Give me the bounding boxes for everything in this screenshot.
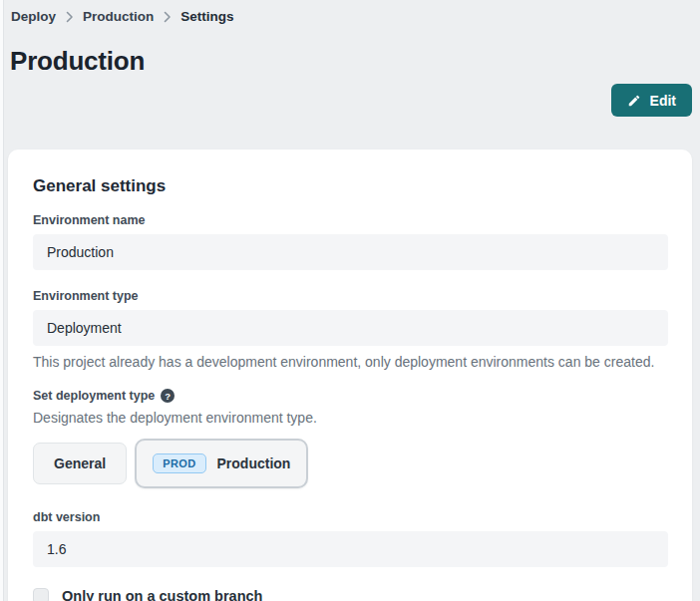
card-heading: General settings [33,176,668,196]
option-general-label: General [54,455,106,471]
prod-badge: PROD [153,453,205,473]
help-icon[interactable]: ? [161,389,175,403]
environment-type-group: Environment type Deployment This project… [33,289,668,370]
general-settings-card: General settings Environment name Produc… [8,150,692,601]
environment-name-group: Environment name Production [33,213,668,270]
custom-branch-row: Only run on a custom branch [33,588,668,601]
environment-type-field: Deployment [33,310,668,346]
edit-button-label: Edit [650,93,676,109]
deployment-type-toggle: General PROD Production [33,439,668,488]
custom-branch-label[interactable]: Only run on a custom branch [62,588,262,601]
page-left-edge [0,0,4,601]
deployment-type-option-general[interactable]: General [33,443,127,484]
environment-type-helper-text: This project already has a development e… [33,354,668,370]
chevron-right-icon [65,11,74,23]
pencil-icon [627,94,641,108]
breadcrumb-item-production[interactable]: Production [83,9,154,24]
chevron-right-icon [163,11,172,23]
page-title: Production [10,46,145,77]
deployment-type-description: Designates the deployment environment ty… [33,410,668,426]
environment-name-label: Environment name [33,213,668,227]
breadcrumb: Deploy Production Settings [11,9,234,24]
deployment-type-group: Set deployment type ? Designates the dep… [33,389,668,488]
dbt-version-group: dbt version 1.6 [33,510,668,567]
breadcrumb-item-settings: Settings [180,9,233,24]
breadcrumb-item-deploy[interactable]: Deploy [11,9,56,24]
deployment-type-option-production[interactable]: PROD Production [135,439,308,488]
dbt-version-label: dbt version [33,510,668,524]
deployment-type-label: Set deployment type [33,389,155,403]
environment-name-field: Production [33,234,668,270]
option-production-label: Production [217,455,291,471]
dbt-version-field: 1.6 [33,531,668,567]
environment-type-label: Environment type [33,289,668,303]
custom-branch-checkbox[interactable] [33,588,49,601]
edit-button[interactable]: Edit [611,84,692,117]
